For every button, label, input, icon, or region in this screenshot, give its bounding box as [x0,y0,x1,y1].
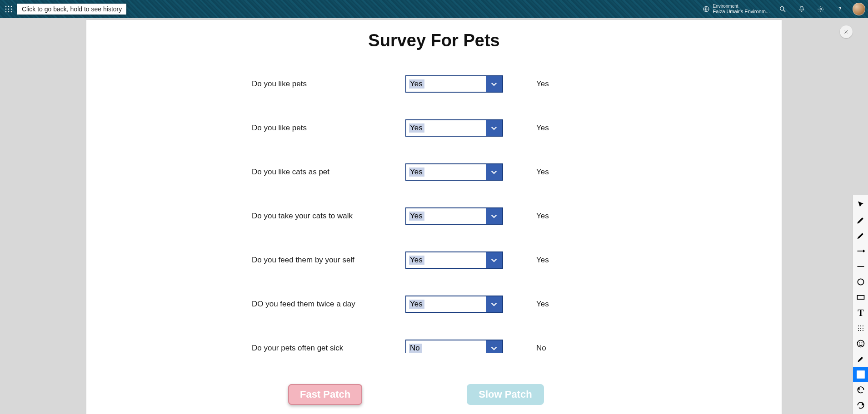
eyedropper-tool-icon[interactable] [853,351,868,367]
survey-scroll-area[interactable]: Do you like pets Yes Yes Do you like pet… [252,62,647,353]
close-icon[interactable] [840,25,853,38]
question-row: Do you like pets Yes Yes [252,62,642,106]
environment-selector[interactable]: Environment Faiza Umair's Environm... [703,4,770,14]
svg-point-3 [5,9,7,10]
question-label: DO you feed them twice a day [252,300,402,309]
ellipse-tool-icon[interactable] [853,274,868,290]
question-answer: Yes [509,256,609,265]
question-label: Do your pets often get sick [252,344,402,353]
svg-point-13 [839,10,840,11]
dropdown-value: Yes [409,123,424,133]
chevron-down-icon[interactable] [486,120,502,136]
dropdown-value: Yes [409,168,424,177]
chevron-down-icon[interactable] [486,76,502,92]
question-dropdown[interactable]: Yes [405,251,503,269]
question-dropdown[interactable]: Yes [405,119,503,137]
notifications-icon[interactable] [795,3,808,15]
workspace: Survey For Pets Do you like pets Yes Yes… [0,18,868,414]
environment-label: Environment [713,4,770,9]
app-launcher-icon[interactable] [3,3,15,15]
question-answer: Yes [509,123,609,133]
blur-tool-icon[interactable] [853,320,868,336]
chevron-down-icon[interactable] [486,164,502,180]
svg-marker-17 [863,250,865,253]
fast-patch-button[interactable]: Fast Patch [288,384,362,405]
question-answer: Yes [509,212,609,221]
rectangle-tool-icon[interactable] [853,290,868,305]
svg-point-12 [820,8,822,10]
dropdown-value: Yes [409,79,424,89]
svg-point-25 [860,328,861,329]
question-answer: Yes [509,79,609,89]
svg-point-28 [860,330,861,331]
chevron-down-icon[interactable] [486,252,502,268]
question-row: DO you feed them twice a day Yes Yes [252,282,642,326]
svg-rect-33 [857,371,865,379]
svg-point-10 [780,7,784,10]
dropdown-value: Yes [409,212,424,221]
pen-tool-icon[interactable] [853,212,868,228]
question-row: Do you take your cats to walk Yes Yes [252,194,642,238]
text-tool-icon[interactable]: T [853,305,868,320]
redo-icon[interactable] [853,398,868,413]
svg-point-27 [858,330,859,331]
svg-point-22 [860,325,861,326]
svg-point-8 [11,11,12,13]
emoji-tool-icon[interactable] [853,336,868,351]
svg-point-30 [858,340,864,347]
back-tooltip: Click to go back, hold to see history [17,4,126,15]
page-title: Survey For Pets [86,31,782,50]
svg-point-5 [11,9,12,10]
question-row: Do you feed them by your self Yes Yes [252,238,642,282]
svg-point-29 [863,330,863,331]
svg-point-1 [8,6,10,7]
settings-icon[interactable] [814,3,827,15]
svg-line-11 [783,10,785,12]
chevron-down-icon[interactable] [486,340,502,354]
svg-point-0 [5,6,7,7]
slow-patch-button[interactable]: Slow Patch [467,384,544,405]
svg-point-21 [858,325,859,326]
svg-point-32 [861,342,862,343]
user-avatar[interactable] [853,3,865,15]
question-answer: Yes [509,300,609,309]
question-row: Do you like pets Yes Yes [252,106,642,150]
arrow-tool-icon[interactable] [853,243,868,259]
question-label: Do you take your cats to walk [252,212,402,221]
svg-point-6 [5,11,7,13]
help-icon[interactable] [833,3,846,15]
search-icon[interactable] [776,3,789,15]
svg-point-24 [858,328,859,329]
question-label: Do you feed them by your self [252,256,402,265]
color-swatch[interactable] [853,367,868,382]
question-label: Do you like pets [252,79,402,89]
chevron-down-icon[interactable] [486,296,502,312]
question-dropdown[interactable]: Yes [405,296,503,313]
svg-rect-20 [858,296,864,299]
chevron-down-icon[interactable] [486,208,502,224]
svg-point-23 [863,325,863,326]
environment-name: Faiza Umair's Environm... [713,9,770,14]
question-row: Do you like cats as pet Yes Yes [252,150,642,194]
question-answer: No [509,344,609,353]
dropdown-value: Yes [409,256,424,265]
svg-point-2 [11,6,12,7]
question-label: Do you like cats as pet [252,168,402,177]
svg-point-19 [858,279,863,285]
highlighter-tool-icon[interactable] [853,228,868,243]
line-tool-icon[interactable] [853,259,868,274]
pointer-tool-icon[interactable] [853,197,868,212]
question-answer: Yes [509,168,609,177]
undo-icon[interactable] [853,382,868,398]
question-label: Do you like pets [252,123,402,133]
question-dropdown[interactable]: Yes [405,75,503,93]
svg-point-4 [8,9,10,10]
question-row: Do your pets often get sick No No [252,326,642,353]
svg-point-7 [8,11,10,13]
dropdown-value: No [409,344,422,353]
app-canvas: Survey For Pets Do you like pets Yes Yes… [86,20,782,414]
question-dropdown[interactable]: Yes [405,207,503,225]
question-dropdown[interactable]: No [405,340,503,354]
question-dropdown[interactable]: Yes [405,163,503,181]
dropdown-value: Yes [409,300,424,309]
